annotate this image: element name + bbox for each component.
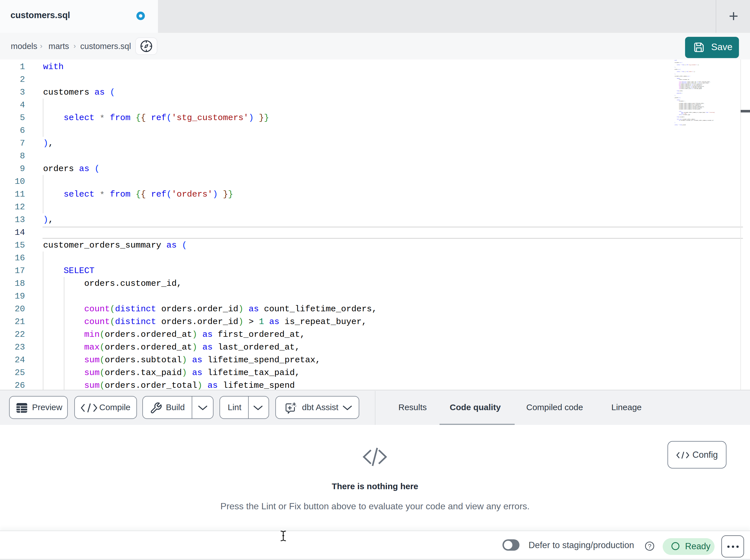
svg-text:?: ? <box>648 543 651 550</box>
